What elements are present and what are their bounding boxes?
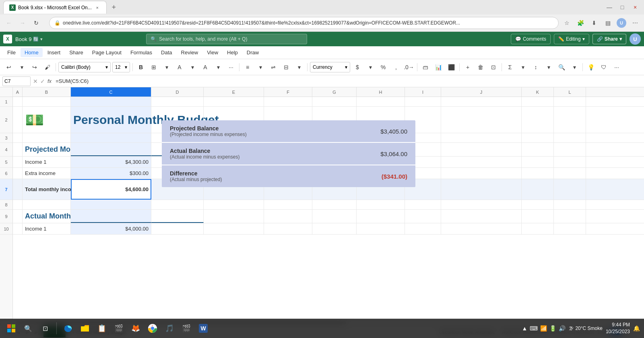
ideas-btn[interactable]: 💡 <box>585 62 597 73</box>
cell-k7[interactable] <box>522 179 554 200</box>
notification-btn[interactable]: 🔔 <box>633 325 640 332</box>
sort-btn[interactable]: ↕ <box>530 62 541 73</box>
cell-k4[interactable] <box>522 143 554 156</box>
cell-k8[interactable] <box>522 200 554 209</box>
cell-c3[interactable] <box>71 133 151 142</box>
cell-d8[interactable] <box>151 200 204 209</box>
wifi-icon[interactable]: 📶 <box>540 325 547 332</box>
col-header-b[interactable]: B <box>23 87 71 97</box>
bookmark-btn[interactable]: ☆ <box>561 17 572 29</box>
nav-reload-btn[interactable]: ↻ <box>31 17 42 29</box>
browser-extensions-btn[interactable]: 🧩 <box>575 17 586 29</box>
cell-k10[interactable] <box>522 223 554 234</box>
cell-j7[interactable] <box>441 179 522 200</box>
menu-draw[interactable]: Draw <box>243 48 263 57</box>
cell-b7[interactable]: Total monthly income <box>23 179 71 200</box>
cell-a5[interactable] <box>13 157 23 167</box>
find-btn[interactable]: 🔍 <box>556 62 567 73</box>
taskbar-edge[interactable] <box>61 321 75 336</box>
cell-a2[interactable] <box>13 107 23 133</box>
cell-c9[interactable] <box>71 210 151 223</box>
editing-btn[interactable]: ✏️ Editing ▾ <box>554 34 589 44</box>
cell-c7[interactable]: $4,600.00 <box>71 179 151 200</box>
cell-k1[interactable] <box>522 97 554 106</box>
cell-b2[interactable]: 💵 <box>23 107 71 133</box>
cell-l3[interactable] <box>554 133 586 142</box>
menu-formulas[interactable]: Formulas <box>126 48 156 57</box>
cell-b5[interactable]: Income 1 <box>23 157 71 167</box>
cell-l6[interactable] <box>554 168 586 179</box>
cell-c1[interactable] <box>71 97 151 106</box>
taskbar-fox[interactable]: 🦊 <box>128 321 143 336</box>
cell-j1[interactable] <box>441 97 522 106</box>
cell-l5[interactable] <box>554 157 586 167</box>
cell-j3[interactable] <box>441 133 522 142</box>
cell-c8[interactable] <box>71 200 151 209</box>
menu-file[interactable]: File <box>3 48 20 57</box>
cell-j9[interactable] <box>441 210 522 223</box>
taskbar-clipboard[interactable]: 📋 <box>95 321 109 336</box>
menu-insert[interactable]: Insert <box>43 48 65 57</box>
borders-dropdown[interactable]: ▾ <box>161 62 172 73</box>
taskbar-word[interactable]: W <box>196 321 211 336</box>
increase-decimal-btn[interactable]: .0→ <box>403 62 415 73</box>
autosum-dropdown[interactable]: ▾ <box>517 62 528 73</box>
format-painter-btn[interactable]: 🖌 <box>42 62 53 73</box>
cell-l1[interactable] <box>554 97 586 106</box>
cell-g8[interactable] <box>312 200 357 209</box>
cell-b6[interactable]: Extra income <box>23 168 71 179</box>
window-close-btn[interactable]: × <box>630 2 641 13</box>
cell-i8[interactable] <box>405 200 441 209</box>
cell-j10[interactable] <box>441 223 522 234</box>
row-num-1[interactable]: 1 <box>0 97 12 107</box>
more-btn[interactable]: ··· <box>225 62 237 73</box>
cell-l9[interactable] <box>554 210 586 223</box>
row-num-7[interactable]: 7 <box>0 179 12 200</box>
cell-g10[interactable] <box>312 223 357 234</box>
cell-f1[interactable] <box>264 97 312 106</box>
office-search[interactable]: 🔍 Search for tools, help, and more (Alt … <box>146 34 307 44</box>
tab-close-btn[interactable]: × <box>94 4 101 11</box>
row-num-5[interactable]: 5 <box>0 157 12 168</box>
cell-b10[interactable]: Income 1 <box>23 223 71 234</box>
cell-i10[interactable] <box>405 223 441 234</box>
row-num-8[interactable]: 8 <box>0 200 12 210</box>
font-color-btn[interactable]: A <box>200 62 211 73</box>
cell-k9[interactable] <box>522 210 554 223</box>
cell-d1[interactable] <box>151 97 204 106</box>
cell-a6[interactable] <box>13 168 23 179</box>
cell-e8[interactable] <box>204 200 264 209</box>
cell-c5[interactable]: $4,300.00 <box>71 157 151 167</box>
cell-j4[interactable] <box>441 143 522 156</box>
number-format-selector[interactable]: Currency ▾ <box>310 62 350 72</box>
row-num-6[interactable]: 6 <box>0 168 12 179</box>
col-header-j[interactable]: J <box>441 87 522 97</box>
cell-h8[interactable] <box>357 200 405 209</box>
menu-help[interactable]: Help <box>223 48 242 57</box>
cell-j8[interactable] <box>441 200 522 209</box>
cell-a9[interactable] <box>13 210 23 223</box>
fill-color-btn[interactable]: A <box>174 62 185 73</box>
row-num-2[interactable]: 2 <box>0 107 12 133</box>
cell-h10[interactable] <box>357 223 405 234</box>
undo-btn[interactable]: ↩ <box>3 62 14 73</box>
cell-c6[interactable]: $300.00 <box>71 168 151 179</box>
cell-l10[interactable] <box>554 223 586 234</box>
taskbar-chrome[interactable] <box>145 321 160 336</box>
align-btn[interactable]: ≡ <box>242 62 253 73</box>
insert-btn[interactable]: + <box>462 62 473 73</box>
comma-btn[interactable]: , <box>390 62 402 73</box>
more-toolbar-btn[interactable]: ··· <box>611 62 622 73</box>
browser-sidebar-btn[interactable]: ▤ <box>602 17 613 29</box>
menu-view[interactable]: View <box>203 48 222 57</box>
format-btn[interactable]: ⊡ <box>488 62 499 73</box>
cell-k2[interactable] <box>522 107 554 133</box>
currency-dropdown[interactable]: ▾ <box>365 62 376 73</box>
col-header-c[interactable]: C <box>71 87 151 97</box>
cell-g9[interactable] <box>312 210 357 223</box>
cell-c2[interactable]: Personal Monthly Budget <box>71 107 151 133</box>
cell-g1[interactable] <box>312 97 357 106</box>
cell-i9[interactable] <box>405 210 441 223</box>
active-tab[interactable]: X Book 9.xlsx - Microsoft Excel On... × <box>3 1 107 14</box>
share-btn[interactable]: 🔗 Share ▾ <box>592 34 626 44</box>
